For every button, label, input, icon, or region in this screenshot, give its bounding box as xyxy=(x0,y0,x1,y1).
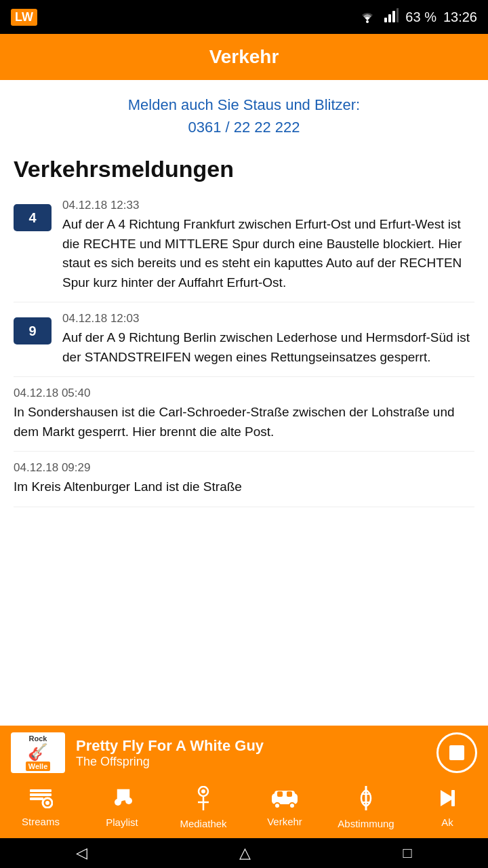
stop-button[interactable] xyxy=(436,732,477,773)
traffic-timestamp: 04.12.18 12:33 xyxy=(62,199,474,212)
abstimmung-icon xyxy=(356,786,376,815)
report-text: Melden auch Sie Staus und Blitzer: 0361 … xyxy=(14,94,474,138)
nav-item-abstimmung[interactable]: Abstimmung xyxy=(325,786,407,829)
svg-rect-4 xyxy=(396,8,399,22)
station-logo: Rock 🎸 Welle xyxy=(11,732,65,773)
svg-point-10 xyxy=(115,799,121,806)
track-artist: The Offspring xyxy=(76,755,426,769)
nav-item-playlist[interactable]: Playlist xyxy=(81,787,163,828)
svg-rect-18 xyxy=(277,791,283,797)
now-playing-bar[interactable]: Rock 🎸 Welle Pretty Fly For A White Guy … xyxy=(0,726,488,780)
signal-icon xyxy=(384,8,399,26)
traffic-list: 4 04.12.18 12:33 Auf der A 4 Richtung Fr… xyxy=(0,189,488,507)
track-title: Pretty Fly For A White Guy xyxy=(76,737,426,755)
abstimmung-label: Abstimmung xyxy=(338,818,394,829)
traffic-text: In Sondershausen ist die Carl-Schroeder-… xyxy=(14,403,474,441)
svg-point-9 xyxy=(45,801,49,805)
traffic-item: 9 04.12.18 12:03 Auf der A 9 Richtung Be… xyxy=(14,302,474,377)
traffic-item: 04.12.18 05:40 In Sondershausen ist die … xyxy=(14,377,474,452)
autobahn-badge-9: 9 xyxy=(14,317,52,344)
ak-icon xyxy=(438,787,457,814)
android-nav-bar: ◁ △ □ xyxy=(0,838,488,868)
traffic-text: Auf der A 9 Richtung Berlin zwischen Led… xyxy=(62,328,474,367)
streams-icon xyxy=(28,788,53,813)
svg-point-21 xyxy=(289,803,295,808)
ak-label: Ak xyxy=(441,816,453,828)
stop-icon xyxy=(449,745,464,760)
traffic-timestamp: 04.12.18 09:29 xyxy=(14,461,474,475)
svg-rect-1 xyxy=(384,18,387,22)
lw-logo: LW xyxy=(11,9,37,26)
svg-rect-26 xyxy=(451,790,455,806)
traffic-text: Auf der A 4 Richtung Frankfurt zwischen … xyxy=(62,215,474,292)
playlist-label: Playlist xyxy=(106,816,138,828)
nav-item-verkehr[interactable]: Verkehr xyxy=(244,788,325,827)
verkehr-label: Verkehr xyxy=(267,816,302,827)
svg-point-0 xyxy=(366,20,369,23)
bottom-navigation: Streams Playlist Mediathek xyxy=(0,777,488,838)
svg-rect-6 xyxy=(30,793,52,796)
report-section[interactable]: Melden auch Sie Staus und Blitzer: 0361 … xyxy=(0,80,488,145)
svg-rect-7 xyxy=(30,797,43,800)
svg-rect-19 xyxy=(287,791,292,797)
mediathek-icon xyxy=(192,786,214,815)
time-display: 13:26 xyxy=(443,9,477,25)
main-content: Melden auch Sie Staus und Blitzer: 0361 … xyxy=(0,80,488,670)
home-button[interactable]: △ xyxy=(239,844,251,862)
recent-apps-button[interactable]: □ xyxy=(403,844,412,862)
traffic-item: 4 04.12.18 12:33 Auf der A 4 Richtung Fr… xyxy=(14,189,474,302)
autobahn-badge-4: 4 xyxy=(14,204,52,231)
nav-item-ak[interactable]: Ak xyxy=(407,787,488,828)
app-header: Verkehr xyxy=(0,34,488,80)
nav-item-streams[interactable]: Streams xyxy=(0,788,81,827)
svg-rect-5 xyxy=(30,789,52,792)
svg-rect-2 xyxy=(388,14,391,22)
verkehr-icon xyxy=(270,788,299,813)
now-playing-info: Pretty Fly For A White Guy The Offspring xyxy=(76,737,426,769)
streams-label: Streams xyxy=(22,816,60,827)
nav-item-mediathek[interactable]: Mediathek xyxy=(163,786,244,829)
logo-welle-text: Welle xyxy=(26,762,51,771)
traffic-timestamp: 04.12.18 05:40 xyxy=(14,387,474,400)
svg-rect-3 xyxy=(392,11,395,22)
svg-point-20 xyxy=(274,803,280,808)
svg-point-13 xyxy=(201,789,205,793)
header-title: Verkehr xyxy=(209,46,279,67)
traffic-text: Im Kreis Altenburger Land ist die Straße xyxy=(14,477,474,497)
wifi-icon xyxy=(358,8,377,26)
traffic-item: 04.12.18 09:29 Im Kreis Altenburger Land… xyxy=(14,452,474,507)
logo-rock-text: Rock xyxy=(29,734,47,743)
traffic-timestamp: 04.12.18 12:03 xyxy=(62,312,474,326)
back-button[interactable]: ◁ xyxy=(76,844,87,862)
svg-point-11 xyxy=(125,797,132,804)
status-bar: LW 63 % 13:26 xyxy=(0,0,488,34)
playlist-icon xyxy=(111,787,133,814)
battery-indicator: 63 % xyxy=(405,9,436,25)
mediathek-label: Mediathek xyxy=(180,818,226,829)
section-title: Verkehrsmeldungen xyxy=(0,145,488,189)
